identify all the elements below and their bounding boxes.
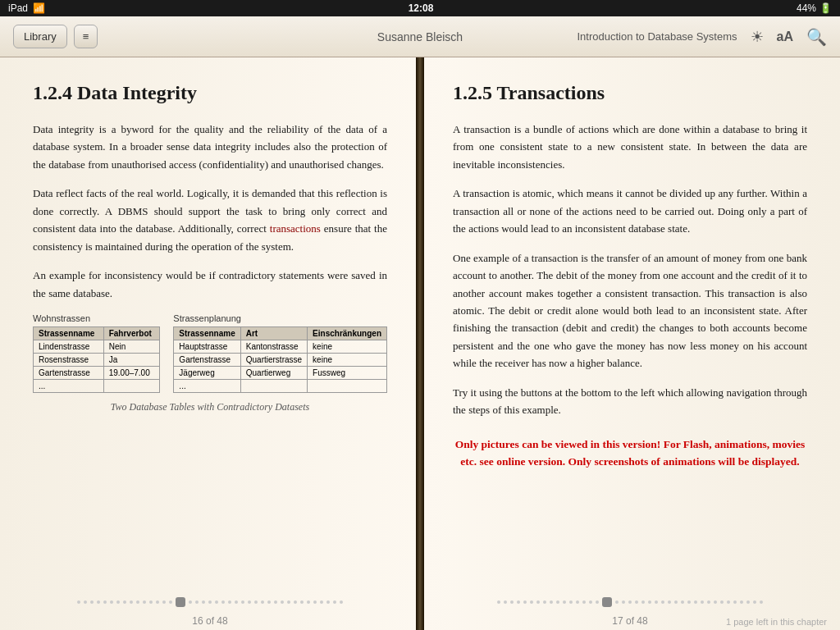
page-dot[interactable] (517, 600, 520, 604)
page-dot[interactable] (228, 600, 231, 604)
page-dot[interactable] (77, 600, 80, 604)
page-dot[interactable] (641, 600, 645, 604)
right-page-footer: 17 of 48 1 page left in this chapter (420, 591, 840, 630)
flash-notice: Only pictures can be viewed in this vers… (453, 436, 807, 471)
page-dot[interactable] (221, 600, 225, 604)
page-dot[interactable] (116, 600, 120, 604)
book-title: Introduction to Database Systems (577, 30, 737, 43)
page-dot[interactable] (530, 600, 533, 604)
battery-label: 44% (797, 2, 816, 14)
page-dot[interactable] (674, 600, 678, 604)
status-right: 44% 🔋 (797, 2, 832, 14)
page-dot[interactable] (727, 600, 730, 604)
page-dot[interactable] (307, 600, 310, 604)
page-dot[interactable] (281, 600, 284, 604)
page-dot[interactable] (556, 600, 559, 604)
right-para-4: Try it using the buttons at the bottom t… (453, 384, 807, 419)
left-para-2: Data reflect facts of the real world. Lo… (33, 185, 387, 255)
page-dot[interactable] (136, 600, 139, 604)
page-dot[interactable] (320, 600, 323, 604)
table1-r1c0: Rosenstrasse (34, 353, 104, 366)
table2: Strassenname Art Einschränkungen Hauptst… (173, 326, 387, 393)
page-dot[interactable] (687, 600, 691, 604)
page-dot[interactable] (313, 600, 317, 604)
page-dot[interactable] (143, 600, 146, 604)
page-dot[interactable] (162, 600, 166, 604)
page-dot[interactable] (615, 600, 619, 604)
page-dot[interactable] (300, 600, 304, 604)
page-dot[interactable] (622, 600, 625, 604)
toc-button[interactable]: ≡ (74, 25, 98, 48)
page-dot[interactable] (202, 600, 205, 604)
page-dot[interactable] (156, 600, 159, 604)
author-label: Susanne Bleisch (377, 30, 463, 43)
page-dot[interactable] (576, 600, 579, 604)
page-dot[interactable] (261, 600, 264, 604)
page-dot[interactable] (760, 600, 763, 604)
page-dot[interactable] (90, 600, 94, 604)
page-dot[interactable] (208, 600, 212, 604)
page-dot[interactable] (248, 600, 251, 604)
page-dot[interactable] (661, 600, 664, 604)
page-dot[interactable] (241, 600, 244, 604)
page-dot[interactable] (543, 600, 546, 604)
transactions-link[interactable]: transactions (270, 222, 321, 235)
page-dot[interactable] (523, 600, 527, 604)
page-dot[interactable] (563, 600, 566, 604)
page-dot[interactable] (582, 600, 586, 604)
page-dot[interactable] (189, 600, 192, 604)
page-dot[interactable] (510, 600, 514, 604)
page-dot[interactable] (497, 600, 500, 604)
page-dot[interactable] (267, 600, 271, 604)
font-size-icon[interactable]: aA (777, 30, 793, 44)
page-dot[interactable] (733, 600, 737, 604)
page-dot[interactable] (701, 600, 704, 604)
table1-r2c0: Gartenstrasse (34, 366, 104, 379)
page-dot[interactable] (274, 600, 277, 604)
page-dot[interactable] (668, 600, 671, 604)
page-dot[interactable] (694, 600, 697, 604)
page-dot[interactable] (340, 600, 343, 604)
page-dot[interactable] (123, 600, 126, 604)
page-dot[interactable] (84, 600, 87, 604)
search-icon[interactable]: 🔍 (806, 27, 827, 47)
page-dot[interactable] (149, 600, 153, 604)
page-dot[interactable] (169, 600, 172, 604)
page-dot[interactable] (294, 600, 297, 604)
page-dot[interactable] (536, 600, 540, 604)
page-dot[interactable] (569, 600, 573, 604)
page-dot[interactable] (720, 600, 724, 604)
page-dot[interactable] (589, 600, 592, 604)
page-dot[interactable] (628, 600, 632, 604)
page-dot[interactable] (714, 600, 717, 604)
page-dot[interactable] (110, 600, 113, 604)
page-dot[interactable] (648, 600, 651, 604)
page-dot[interactable] (602, 597, 612, 607)
page-dot[interactable] (681, 600, 684, 604)
page-dot[interactable] (596, 600, 599, 604)
page-dot[interactable] (97, 600, 100, 604)
left-dots-line (0, 597, 420, 607)
brightness-icon[interactable]: ☀ (751, 28, 764, 46)
page-dot[interactable] (753, 600, 756, 604)
page-dot[interactable] (635, 600, 638, 604)
page-dot[interactable] (103, 600, 107, 604)
page-dot[interactable] (254, 600, 258, 604)
page-dot[interactable] (130, 600, 133, 604)
page-dot[interactable] (326, 600, 330, 604)
page-dot[interactable] (655, 600, 658, 604)
page-dot[interactable] (746, 600, 750, 604)
page-dot[interactable] (215, 600, 218, 604)
device-label: iPad (8, 2, 28, 14)
page-dot[interactable] (740, 600, 743, 604)
page-dot[interactable] (707, 600, 710, 604)
page-dot[interactable] (176, 597, 185, 607)
page-dot[interactable] (550, 600, 553, 604)
page-dot[interactable] (287, 600, 290, 604)
page-dot[interactable] (235, 600, 238, 604)
page-dot[interactable] (504, 600, 507, 604)
book-container: 1.2.4 Data Integrity Data integrity is a… (0, 57, 840, 630)
page-dot[interactable] (333, 600, 336, 604)
page-dot[interactable] (195, 600, 199, 604)
library-button[interactable]: Library (13, 25, 67, 48)
